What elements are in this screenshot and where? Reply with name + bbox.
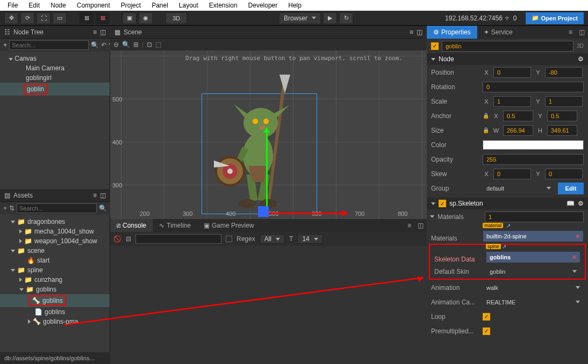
asset-search-input[interactable]: [17, 203, 97, 213]
tab-service[interactable]: ✦Service: [477, 26, 519, 39]
asset-item[interactable]: 📁mecha_1004d_show: [0, 227, 110, 236]
asset-item[interactable]: 🔥start: [0, 256, 110, 265]
component-enabled-checkbox[interactable]: ✓: [439, 200, 446, 207]
lock-icon[interactable]: 🔒: [483, 127, 489, 133]
panel-dock-icon[interactable]: ◫: [576, 28, 588, 36]
panel-dock-icon[interactable]: ◫: [414, 222, 427, 229]
panel-menu-icon[interactable]: ≡: [565, 28, 576, 36]
rotate-tool-button[interactable]: ⟳: [20, 12, 34, 24]
close-icon[interactable]: ✕: [575, 233, 580, 240]
scale-tool-button[interactable]: ⛶: [37, 12, 51, 24]
menu-extension[interactable]: Extension: [204, 2, 243, 9]
animation-dropdown[interactable]: walk: [483, 282, 584, 294]
menu-layout[interactable]: Layout: [174, 2, 204, 9]
tree-node-goblingirl[interactable]: goblingirl: [0, 73, 110, 83]
toggle-button[interactable]: ⊟: [126, 235, 131, 243]
panel-menu-icon[interactable]: ≡: [93, 192, 97, 199]
zoom-out-button[interactable]: ⊖: [113, 41, 119, 48]
panel-dock-icon[interactable]: ◫: [100, 192, 106, 199]
close-icon[interactable]: ✕: [572, 254, 577, 261]
scale-y-input[interactable]: [545, 96, 583, 107]
tree-node-goblin[interactable]: goblin: [0, 83, 110, 96]
position-y-input[interactable]: [545, 67, 583, 78]
book-icon[interactable]: 📖: [567, 200, 575, 207]
panel-menu-icon[interactable]: ≡: [410, 28, 413, 36]
size-w-input[interactable]: [503, 125, 533, 136]
scale-x-input[interactable]: [493, 96, 531, 107]
asset-item-spine-goblins[interactable]: 🦴goblins: [0, 294, 110, 307]
y-axis-gizmo[interactable]: [266, 128, 268, 214]
anchor-y-input[interactable]: [547, 111, 577, 121]
console-filter-input[interactable]: [135, 234, 221, 244]
move-gizmo[interactable]: [258, 206, 269, 217]
gear-icon[interactable]: ⚙: [578, 55, 584, 63]
edit-group-button[interactable]: Edit: [558, 183, 584, 194]
asset-item[interactable]: 📁scene: [0, 246, 110, 256]
log-level-dropdown[interactable]: All: [260, 234, 285, 244]
panel-dock-icon[interactable]: ◫: [100, 28, 106, 36]
asset-item[interactable]: 📁spine: [0, 265, 110, 275]
anchor-x-input[interactable]: [503, 111, 533, 121]
tab-timeline[interactable]: ∿Timeline: [153, 219, 197, 232]
premultiplied-checkbox[interactable]: ✓: [483, 327, 490, 335]
position-x-input[interactable]: [493, 67, 531, 78]
x-axis-gizmo[interactable]: [266, 213, 347, 214]
node-search-input[interactable]: [9, 40, 89, 50]
scene-tool-button[interactable]: ⬚: [155, 41, 161, 48]
opacity-input[interactable]: [483, 154, 584, 165]
regex-checkbox[interactable]: [226, 236, 232, 242]
panel-menu-icon[interactable]: ≡: [93, 28, 97, 36]
anim-cache-dropdown[interactable]: REALTIME: [483, 296, 584, 308]
group-dropdown[interactable]: default: [483, 183, 555, 194]
collapse-icon[interactable]: ↶: [101, 41, 106, 49]
menu-node[interactable]: Node: [45, 2, 71, 9]
sort-button[interactable]: ⇅: [9, 205, 15, 212]
clear-button[interactable]: 🚫: [113, 235, 121, 243]
add-asset-button[interactable]: +: [3, 205, 7, 212]
mode-3d-button[interactable]: 3D: [166, 12, 187, 24]
tab-properties[interactable]: ⚙Properties: [427, 26, 477, 39]
menu-file[interactable]: File: [2, 2, 23, 9]
skeleton-data-field[interactable]: goblins✕: [486, 251, 580, 263]
scene-tool-button[interactable]: ⊡: [147, 41, 152, 48]
refresh-button[interactable]: ↻: [339, 12, 353, 24]
tree-node-canvas[interactable]: Canvas: [0, 54, 110, 63]
section-node[interactable]: Node⚙: [427, 53, 588, 65]
size-h-input[interactable]: [547, 125, 577, 136]
lock-icon[interactable]: 🔒: [483, 113, 489, 119]
tab-console[interactable]: ⎚Console: [110, 219, 153, 232]
color-swatch[interactable]: [483, 140, 584, 150]
menu-project[interactable]: Project: [116, 2, 146, 9]
material-field[interactable]: builtin-2d-spine✕: [483, 230, 584, 242]
panel-menu-icon[interactable]: ≡: [404, 222, 414, 229]
materials-count-input[interactable]: [485, 212, 584, 222]
asset-item[interactable]: 📁goblins: [0, 285, 110, 294]
asset-item[interactable]: 📁cunzhang: [0, 275, 110, 285]
move-tool-button[interactable]: ✥: [4, 12, 18, 24]
rotation-input[interactable]: [483, 82, 584, 92]
asset-item[interactable]: 📁dragonbones: [0, 217, 110, 227]
link-icon[interactable]: ↗: [502, 244, 506, 250]
align-button-1[interactable]: ▣: [123, 12, 137, 24]
menu-help[interactable]: Help: [283, 2, 307, 9]
skew-y-input[interactable]: [545, 169, 583, 179]
link-icon[interactable]: ↗: [506, 223, 511, 229]
asset-item[interactable]: 🦴goblins-pma: [0, 317, 110, 326]
asset-item[interactable]: 📄goblins: [0, 307, 110, 317]
section-skeleton[interactable]: ✓sp.Skeleton📖⚙: [427, 198, 588, 209]
menu-developer[interactable]: Developer: [243, 2, 283, 9]
menu-component[interactable]: Component: [71, 2, 116, 9]
skew-x-input[interactable]: [493, 169, 531, 179]
asset-item[interactable]: 📁weapon_1004d_show: [0, 236, 110, 246]
loop-checkbox[interactable]: ✓: [483, 313, 490, 321]
default-skin-dropdown[interactable]: goblin: [486, 266, 580, 278]
align-button-2[interactable]: ◉: [139, 12, 153, 24]
open-project-button[interactable]: 📁Open Project: [526, 12, 584, 24]
add-node-button[interactable]: +: [3, 41, 7, 49]
node-name-input[interactable]: [442, 41, 573, 52]
pivot-button[interactable]: ⊞: [96, 12, 110, 24]
search-icon[interactable]: 🔍: [91, 41, 99, 49]
gear-icon[interactable]: ⚙: [578, 200, 584, 207]
menu-panel[interactable]: Panel: [146, 2, 174, 9]
play-button[interactable]: ▶: [323, 12, 337, 24]
